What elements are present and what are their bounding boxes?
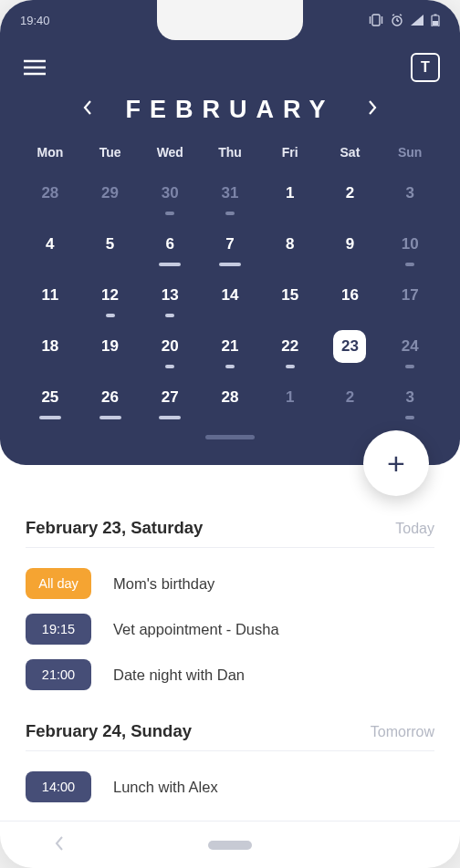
- day-number: 11: [34, 279, 67, 312]
- calendar-day[interactable]: 14: [200, 278, 260, 313]
- calendar-day[interactable]: 25: [20, 380, 80, 415]
- day-number: 1: [274, 381, 307, 414]
- alarm-icon: [391, 14, 403, 26]
- calendar-day[interactable]: 15: [260, 278, 320, 313]
- home-pill[interactable]: [208, 841, 252, 850]
- drag-handle[interactable]: [205, 435, 255, 439]
- event-row[interactable]: All dayMom's birthday: [26, 561, 434, 606]
- day-number: 30: [153, 177, 186, 210]
- day-number: 21: [214, 330, 246, 363]
- day-number: 22: [274, 330, 307, 363]
- agenda-list[interactable]: February 23, SaturdayTodayAll dayMom's b…: [0, 465, 460, 810]
- calendar-day[interactable]: 3: [380, 176, 440, 211]
- day-number: 15: [274, 279, 307, 312]
- calendar-day[interactable]: 7: [200, 227, 260, 262]
- svg-line-7: [400, 15, 402, 16]
- calendar-day[interactable]: 30: [140, 176, 200, 211]
- day-number: 3: [393, 381, 426, 414]
- day-number: 20: [153, 330, 186, 363]
- time-chip: 19:15: [26, 614, 91, 645]
- weekday-header: Sun: [380, 145, 440, 160]
- calendar-day[interactable]: 31: [200, 176, 260, 211]
- day-number: 4: [34, 228, 67, 261]
- calendar-day[interactable]: 10: [380, 227, 440, 262]
- back-button[interactable]: [55, 836, 64, 854]
- event-row[interactable]: 21:00Date night with Dan: [26, 652, 434, 698]
- calendar-day[interactable]: 11: [20, 278, 80, 313]
- day-number: 10: [393, 228, 426, 261]
- today-button[interactable]: T: [411, 53, 440, 82]
- plus-icon: +: [387, 446, 405, 481]
- weekday-header: Thu: [200, 145, 260, 160]
- calendar-day[interactable]: 19: [80, 329, 141, 364]
- calendar-day[interactable]: 28: [20, 176, 80, 211]
- calendar-day[interactable]: 9: [320, 227, 381, 262]
- day-number: 6: [153, 228, 186, 261]
- event-title: Vet appointment - Dusha: [113, 621, 279, 638]
- day-number: 2: [333, 177, 366, 210]
- day-number: 27: [153, 381, 186, 414]
- day-number: 8: [274, 228, 307, 261]
- chevron-left-icon: [55, 836, 64, 851]
- calendar-day[interactable]: 12: [80, 278, 141, 313]
- day-number: 17: [393, 279, 426, 312]
- day-number: 16: [333, 279, 366, 312]
- calendar-day[interactable]: 6: [140, 227, 200, 262]
- day-number: 5: [94, 228, 127, 261]
- calendar-grid: MonTueWedThuFriSatSun2829303112345678910…: [20, 145, 440, 415]
- next-month-button[interactable]: [361, 93, 384, 127]
- day-number: 19: [94, 330, 127, 363]
- calendar-day[interactable]: 18: [20, 329, 80, 364]
- calendar-day[interactable]: 1: [260, 176, 320, 211]
- calendar-day[interactable]: 27: [140, 380, 200, 415]
- calendar-day[interactable]: 28: [200, 380, 260, 415]
- day-number: 13: [153, 279, 186, 312]
- day-number: 14: [214, 279, 246, 312]
- event-row[interactable]: 14:00Lunch with Alex: [26, 764, 434, 810]
- calendar-day[interactable]: 13: [140, 278, 200, 313]
- calendar-day[interactable]: 20: [140, 329, 200, 364]
- calendar-day[interactable]: 16: [320, 278, 381, 313]
- day-number: 2: [333, 381, 366, 414]
- vibrate-icon: [369, 14, 383, 26]
- day-number: 28: [214, 381, 246, 414]
- calendar-day[interactable]: 24: [380, 329, 440, 364]
- battery-icon: [431, 14, 440, 26]
- weekday-header: Wed: [140, 145, 200, 160]
- day-number: 25: [34, 381, 67, 414]
- calendar-day[interactable]: 23: [320, 329, 381, 364]
- calendar-day[interactable]: 17: [380, 278, 440, 313]
- calendar-day[interactable]: 5: [80, 227, 141, 262]
- weekday-header: Mon: [20, 145, 80, 160]
- calendar-day[interactable]: 21: [200, 329, 260, 364]
- month-label: FEBRUARY: [125, 96, 334, 124]
- calendar-day[interactable]: 2: [320, 176, 381, 211]
- agenda-section-header: February 24, SundayTomorrow: [26, 721, 434, 751]
- calendar-day[interactable]: 2: [320, 380, 381, 415]
- status-time: 19:40: [20, 14, 50, 27]
- weekday-header: Sat: [320, 145, 381, 160]
- agenda-relative-label: Tomorrow: [371, 724, 434, 740]
- agenda-section-header: February 23, SaturdayToday: [26, 518, 434, 548]
- event-title: Date night with Dan: [113, 666, 245, 684]
- signal-icon: [411, 15, 423, 26]
- calendar-day[interactable]: 29: [80, 176, 141, 211]
- day-number: 28: [34, 177, 67, 210]
- calendar-day[interactable]: 8: [260, 227, 320, 262]
- svg-line-6: [392, 15, 394, 16]
- menu-button[interactable]: [20, 53, 49, 82]
- calendar-day[interactable]: 22: [260, 329, 320, 364]
- time-chip: 21:00: [26, 659, 91, 690]
- prev-month-button[interactable]: [76, 93, 99, 127]
- day-number: 18: [34, 330, 67, 363]
- calendar-day[interactable]: 26: [80, 380, 141, 415]
- chevron-right-icon: [368, 100, 377, 115]
- today-glyph: T: [421, 59, 430, 76]
- calendar-day[interactable]: 1: [260, 380, 320, 415]
- add-event-button[interactable]: +: [363, 430, 429, 496]
- event-title: Mom's birthday: [113, 575, 214, 593]
- calendar-day[interactable]: 3: [380, 380, 440, 415]
- event-row[interactable]: 19:15Vet appointment - Dusha: [26, 606, 434, 652]
- allday-chip: All day: [26, 568, 91, 599]
- calendar-day[interactable]: 4: [20, 227, 80, 262]
